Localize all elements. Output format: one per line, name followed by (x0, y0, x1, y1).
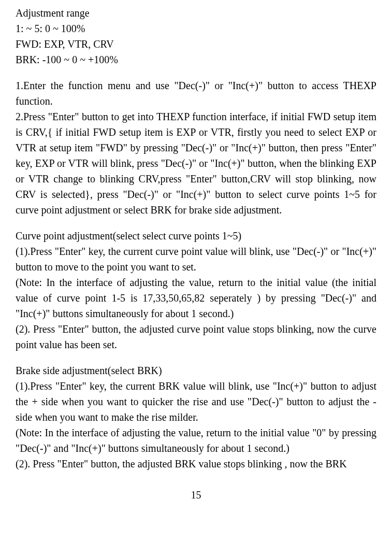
page-number: 15 (16, 487, 376, 503)
spec-brk-line: BRK: -100 ~ 0 ~ +100% (16, 52, 376, 67)
spec-range-line: 1: ~ 5: 0 ~ 100% (16, 21, 376, 36)
brake-adjustment-title: Brake side adjustment(select BRK) (16, 363, 376, 378)
brake-step-2: (2). Press "Enter" button, the adjusted … (16, 456, 376, 472)
step-2-text: 2.Press "Enter" button to get into THEXP… (16, 109, 376, 218)
curve-step-2: (2). Press "Enter" button, the adjusted … (16, 321, 376, 352)
curve-adjustment-title: Curve point adjustment(select select cur… (16, 228, 376, 244)
adjustment-range-label: Adjustment range (16, 5, 376, 21)
brake-note: (Note: In the interface of adjusting the… (16, 425, 376, 456)
step-1-text: 1.Enter the function menu and use "Dec(-… (16, 78, 376, 109)
spec-fwd-line: FWD: EXP, VTR, CRV (16, 36, 376, 52)
curve-note: (Note: In the interface of adjusting the… (16, 275, 376, 321)
brake-step-1: (1).Press "Enter" key, the current BRK v… (16, 378, 376, 425)
curve-step-1: (1).Press "Enter" key, the current curve… (16, 244, 376, 275)
